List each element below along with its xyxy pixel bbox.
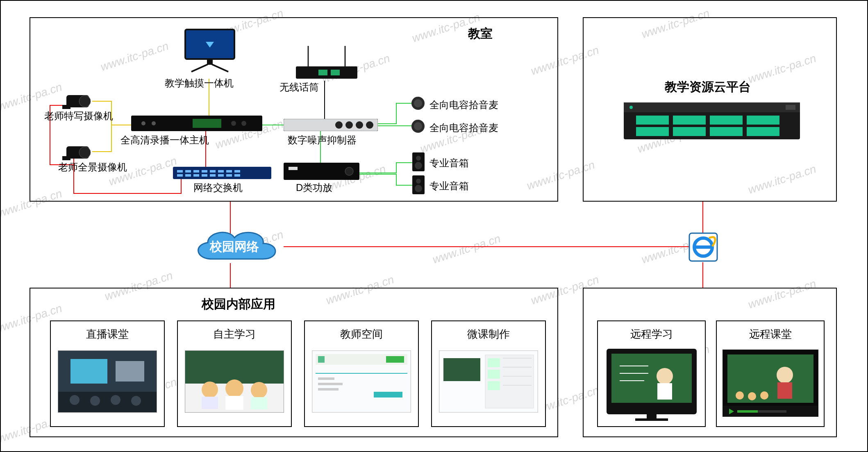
cloud-platform-title: 教学资源云平台 [665,79,751,95]
svg-rect-89 [202,397,218,409]
svg-rect-58 [202,174,207,177]
svg-rect-97 [386,356,404,363]
svg-rect-102 [374,392,402,397]
thumb-teacher-space-icon [312,350,411,413]
svg-point-123 [777,367,793,383]
svg-point-92 [251,382,267,398]
app-card-live-class: 直播课堂 [50,320,165,427]
svg-rect-93 [251,397,267,409]
svg-point-127 [760,391,768,400]
svg-rect-15 [673,127,706,136]
svg-rect-57 [193,174,199,177]
svg-point-39 [231,121,236,126]
svg-rect-31 [62,105,70,109]
svg-point-43 [345,121,353,129]
svg-point-42 [335,121,343,129]
classroom-title: 教室 [468,25,493,42]
svg-point-85 [131,396,141,406]
svg-rect-119 [647,414,657,418]
monitor-stand-icon [607,414,697,422]
app-card-remote-class: 远程课堂 [716,320,825,427]
svg-rect-50 [202,170,207,173]
svg-rect-12 [636,116,669,125]
svg-rect-21 [207,59,213,65]
omni-mic-1-icon [411,96,425,112]
svg-rect-107 [488,370,500,379]
thumb-remote-study-icon [607,349,697,410]
svg-point-10 [629,106,633,109]
svg-point-82 [70,395,80,405]
svg-rect-113 [611,354,692,403]
svg-point-30 [79,95,91,107]
svg-rect-124 [777,382,792,399]
svg-rect-120 [635,418,668,421]
svg-rect-46 [173,167,271,179]
server-rack-icon [624,102,800,139]
svg-point-64 [345,167,353,175]
speaker-1-icon [412,152,425,173]
svg-rect-108 [488,381,500,390]
svg-rect-101 [318,388,339,391]
class-d-amp-icon [284,163,359,182]
app-card-title: 远程课堂 [717,327,824,341]
svg-point-83 [90,396,100,406]
svg-rect-62 [234,174,240,177]
speaker-1-label: 专业音箱 [429,157,469,170]
svg-rect-61 [226,174,232,177]
svg-point-75 [415,185,422,192]
svg-rect-106 [488,358,500,367]
svg-rect-100 [318,383,343,385]
teacher-close-cam-icon [62,87,93,111]
svg-rect-115 [657,383,672,400]
svg-rect-34 [62,156,70,160]
app-card-title: 微课制作 [432,327,545,341]
watermark-text: www.itc-pa.cn [431,232,502,266]
svg-point-114 [657,368,673,384]
svg-rect-47 [177,170,183,173]
thumb-live-class-icon [58,350,157,413]
svg-point-90 [225,379,243,397]
teacher-pano-cam-label: 老师全景摄像机 [58,161,127,174]
svg-rect-54 [234,170,240,173]
svg-rect-14 [673,116,706,125]
svg-rect-36 [193,119,221,128]
app-card-remote-study: 远程学习 [597,320,706,427]
speaker-2-icon [412,175,425,196]
svg-rect-55 [177,174,183,177]
diagram-root: www.itc-pa.cn www.itc-pa.cn www.itc-pa.c… [0,0,868,452]
svg-point-125 [736,391,744,400]
teacher-close-cam-label: 老师特写摄像机 [44,109,113,123]
svg-point-69 [414,122,422,130]
svg-rect-96 [318,356,325,363]
svg-line-22 [191,64,208,72]
svg-point-38 [152,121,156,125]
campus-network-label: 校园网络 [210,238,259,255]
omni-mic-2-icon [411,119,425,135]
svg-rect-79 [70,359,107,384]
svg-point-67 [414,99,422,107]
internet-explorer-icon [688,232,718,263]
teacher-pano-cam-icon [62,138,93,162]
internal-apps-title: 校园内部应用 [202,296,275,313]
app-card-micro-lesson: 微课制作 [431,320,546,427]
touch-pc-icon [183,27,236,74]
noise-suppressor-label: 数字噪声抑制器 [288,134,357,147]
noise-suppressor-icon [284,119,378,133]
svg-point-126 [748,392,756,400]
svg-point-33 [79,147,91,158]
app-card-title: 教师空间 [305,327,418,341]
svg-rect-51 [210,170,216,173]
svg-point-84 [111,395,120,405]
app-card-title: 直播课堂 [51,327,164,341]
omni-mic-2-label: 全向电容拾音麦 [429,121,498,134]
svg-rect-11 [786,105,795,110]
app-card-title: 远程学习 [598,327,705,341]
svg-rect-28 [331,70,340,75]
svg-rect-59 [210,174,216,177]
svg-rect-19 [747,127,779,136]
svg-rect-91 [225,396,243,410]
svg-rect-13 [636,127,669,136]
svg-rect-56 [185,174,191,177]
svg-point-40 [241,121,246,126]
svg-point-44 [356,121,363,129]
